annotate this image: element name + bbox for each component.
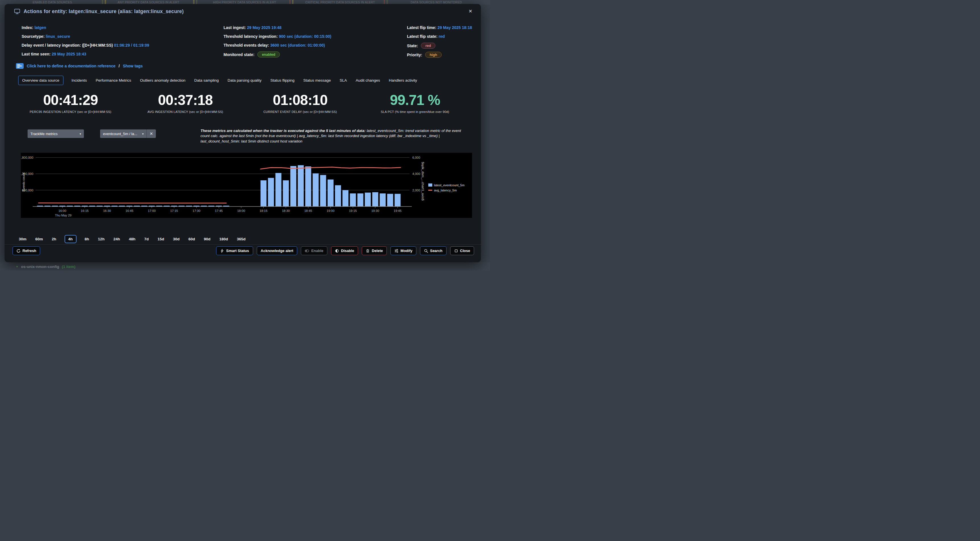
range-90d[interactable]: 90d (203, 235, 211, 243)
kpi-label: SLA PCT (% time spent in green/blue over… (358, 110, 473, 113)
close-icon[interactable]: ✕ (469, 9, 473, 14)
kpi-sla-pct: 99.71 % SLA PCT (% time spent in green/b… (358, 93, 473, 113)
close-button[interactable]: Close (450, 246, 474, 255)
smart-status-button[interactable]: Smart Status (216, 246, 253, 255)
button-label: Enable (311, 248, 323, 253)
info-column-right: Latest flip time: 29 May 2025 18:18 Late… (407, 25, 472, 61)
range-24h[interactable]: 24h (113, 235, 121, 243)
svg-text:Events count: Events count (22, 172, 25, 191)
info-label: Threshold latency ingestion: (224, 34, 278, 39)
info-label: Priority: (407, 53, 422, 57)
range-8h[interactable]: 8h (84, 235, 90, 243)
svg-text:Thu May 29: Thu May 29 (55, 213, 72, 217)
link-separator: / (119, 64, 120, 68)
svg-text:avg_latency_5m: avg_latency_5m (434, 189, 457, 192)
tab-incidents[interactable]: Incidents (71, 76, 88, 85)
disable-button[interactable]: Disable (331, 246, 358, 255)
tab-data-parsing-quality[interactable]: Data parsing quality (227, 76, 262, 85)
kpi-label: AVG INGESTION LATENCY (sec or [D+]HH:MM:… (128, 110, 243, 113)
search-button[interactable]: Search (420, 246, 446, 255)
modify-button[interactable]: Modify (390, 246, 416, 255)
magnifier-icon (424, 249, 428, 253)
entity-actions-modal: Actions for entity: latgen:linux_secure … (5, 4, 481, 262)
metrics-source-dropdown[interactable]: TrackMe metrics ▾ (28, 129, 84, 138)
info-value: 01:06:29 / 01:19:09 (114, 43, 149, 48)
show-tags-link[interactable]: Show tags (123, 64, 143, 68)
button-label: Acknowledge alert (261, 248, 293, 253)
range-12h[interactable]: 12h (97, 235, 105, 243)
tab-status-message[interactable]: Status message (302, 76, 331, 85)
range-60d[interactable]: 60d (188, 235, 196, 243)
info-value[interactable]: linux_secure (46, 34, 70, 39)
kpi-value: 00:41:29 (13, 93, 128, 108)
range-2h[interactable]: 2h (51, 235, 57, 243)
svg-text:19:30: 19:30 (371, 209, 379, 212)
square-icon (454, 249, 458, 253)
delete-button[interactable]: Delete (362, 246, 387, 255)
kpi-perc95-latency: 00:41:29 PERC95 INGESTION LATENCY (sec o… (13, 93, 128, 113)
background-panel-title: ANY PRIORITY DATA SOURCES IN ALERT (118, 0, 180, 4)
chevron-down-icon: ▾ (77, 132, 81, 135)
range-180d[interactable]: 180d (219, 235, 229, 243)
info-label: State: (407, 43, 418, 48)
tab-sla[interactable]: SLA (339, 76, 347, 85)
svg-text:16:15: 16:15 (81, 209, 89, 212)
tab-performance-metrics[interactable]: Performance Metrics (95, 76, 132, 85)
svg-text:17:15: 17:15 (170, 209, 178, 212)
svg-text:18:45: 18:45 (304, 209, 312, 212)
range-4h[interactable]: 4h (65, 235, 76, 243)
kpi-label: PERC95 INGESTION LATENCY (sec or [D+]HH:… (13, 110, 128, 113)
svg-text:2,000: 2,000 (412, 189, 420, 192)
range-60m[interactable]: 60m (35, 235, 43, 243)
background-panel-title: ENABLED DATA SOURCES (33, 0, 72, 4)
dropdown-value: TrackMe metrics (30, 132, 58, 136)
acknowledge-alert-button[interactable]: Acknowledge alert (257, 246, 298, 255)
range-15d[interactable]: 15d (157, 235, 165, 243)
svg-text:16:00: 16:00 (59, 209, 67, 212)
range-30d[interactable]: 30d (172, 235, 180, 243)
svg-text:16:45: 16:45 (126, 209, 134, 212)
button-label: Close (460, 248, 470, 253)
svg-text:17:30: 17:30 (192, 209, 200, 212)
svg-text:6,000: 6,000 (412, 156, 420, 159)
svg-text:$splk_dsm_...chart1_axis$: $splk_dsm_...chart1_axis$ (421, 162, 425, 201)
monitor-icon (14, 9, 20, 14)
svg-text:17:45: 17:45 (215, 209, 223, 212)
range-30m[interactable]: 30m (18, 235, 27, 243)
kpi-current-event-delay: 01:08:10 CURRENT EVENT DELAY (sec or [D+… (243, 93, 358, 113)
kpi-value: 01:08:10 (243, 93, 358, 108)
tab-data-sampling[interactable]: Data sampling (194, 76, 219, 85)
range-365d[interactable]: 365d (236, 235, 246, 243)
background-panel-title: DATA SOURCES NOT MONITORED (410, 0, 462, 4)
enable-button[interactable]: Enable (301, 246, 327, 255)
range-7d[interactable]: 7d (144, 235, 149, 243)
info-label: Latest flip time: (407, 25, 436, 30)
info-value[interactable]: latgen (34, 25, 46, 30)
chart-canvas[interactable]: 16:0016:1516:3016:4517:0017:1517:3017:45… (21, 153, 472, 218)
clear-metric-button[interactable]: ✕ (146, 129, 156, 138)
button-label: Search (430, 248, 442, 253)
refresh-button[interactable]: Refresh (13, 246, 40, 255)
svg-text:18:00: 18:00 (237, 209, 245, 212)
metric-select-dropdown[interactable]: eventcount_5m / la... ▾ (100, 129, 146, 138)
chevron-down-icon: ▾ (140, 132, 144, 135)
button-label: Delete (372, 248, 383, 253)
metrics-note: These metrics are calculated when the tr… (200, 128, 469, 144)
range-48h[interactable]: 48h (128, 235, 136, 243)
documentation-card-icon (16, 63, 24, 69)
tab-audit-changes[interactable]: Audit changes (355, 76, 381, 85)
info-column-middle: Last ingest: 29 May 2025 19:48 Threshold… (224, 25, 331, 60)
kpi-label: CURRENT EVENT DELAY (sec or [D+]HH:MM:SS… (243, 110, 358, 113)
modal-footer: Refresh Smart Status Acknowledge alert (5, 244, 481, 262)
info-label: Last ingest: (224, 25, 246, 30)
tab-overview-data-source[interactable]: Overview data source (18, 76, 64, 85)
define-documentation-link[interactable]: Click here to define a documentation ref… (27, 64, 115, 68)
tab-handlers-activity[interactable]: Handlers activity (388, 76, 417, 85)
info-value: 29 May 2025 18:18 (438, 25, 472, 30)
metrics-chart-panel: 16:0016:1516:3016:4517:0017:1517:3017:45… (21, 153, 472, 218)
kpi-value: 00:37:18 (128, 93, 243, 108)
tab-outliers-anomaly-detection[interactable]: Outliers anomaly detection (139, 76, 186, 85)
tab-status-flipping[interactable]: Status flipping (270, 76, 295, 85)
info-label: Monitored state: (224, 53, 255, 57)
sliders-icon (395, 249, 398, 253)
